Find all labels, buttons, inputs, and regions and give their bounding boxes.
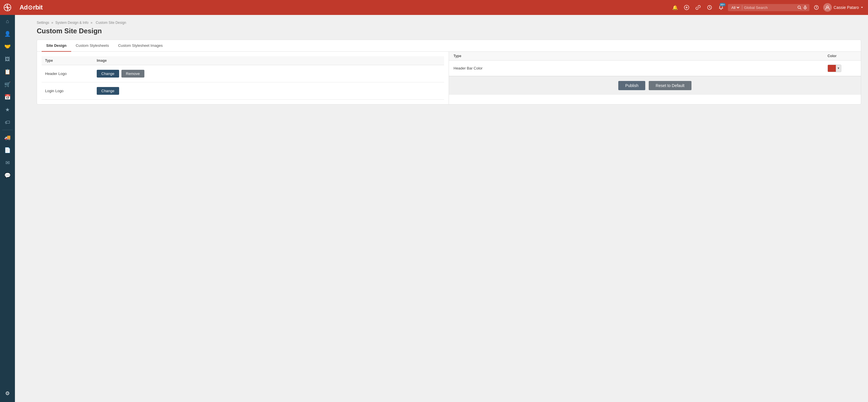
svg-rect-10 <box>805 6 806 8</box>
user-name: Cassie Pataro <box>834 5 859 10</box>
right-header-type: Type <box>454 54 828 58</box>
tabs: Site Design Custom Stylesheets Custom St… <box>37 40 861 52</box>
breadcrumb: Settings » System Design & Info » Custom… <box>37 21 861 25</box>
user-avatar <box>823 3 832 12</box>
sidebar-home[interactable]: ⌂ <box>0 15 15 28</box>
table-row-header-bar-color: Header Bar Color ▼ <box>449 61 861 76</box>
main-card: Site Design Custom Stylesheets Custom St… <box>37 40 861 104</box>
header-logo-change-button[interactable]: Change <box>97 70 119 78</box>
sidebar-orders[interactable]: 📋 <box>0 65 15 78</box>
header-logo-remove-button[interactable]: Remove <box>121 70 144 78</box>
header-logo-actions: Change Remove <box>97 70 441 78</box>
breadcrumb-current: Custom Site Design <box>96 21 126 25</box>
notification-icon-btn[interactable]: 99+ <box>716 3 725 12</box>
login-logo-change-button[interactable]: Change <box>97 87 119 95</box>
app-logo-sidebar[interactable] <box>0 0 15 15</box>
topbar-actions: 🔔 99+ All ? <box>671 3 863 12</box>
left-header-image: Image <box>97 59 441 63</box>
app-logo: Ad⊙rbit <box>20 4 42 11</box>
page-title: Custom Site Design <box>37 27 861 35</box>
header-bar-color-picker-container: ▼ <box>828 65 856 72</box>
chevron-down-icon <box>861 6 863 9</box>
sidebar-media[interactable]: 🖼 <box>0 53 15 65</box>
sidebar-mail[interactable]: ✉ <box>0 156 15 169</box>
sidebar-cart[interactable]: 🛒 <box>0 78 15 91</box>
header-logo-label: Header Logo <box>45 71 97 76</box>
sidebar: ⌂ 👤 🤝 🖼 📋 🛒 📅 ★ 🏷 🚚 📄 ✉ 💬 ⚙ <box>0 0 15 402</box>
right-header-color: Color <box>828 54 856 58</box>
sidebar-users[interactable]: 👤 <box>0 28 15 40</box>
table-row-header-logo: Header Logo Change Remove <box>42 65 444 83</box>
left-table-header: Type Image <box>42 56 444 65</box>
notification-count: 99+ <box>720 3 725 6</box>
main-content: Settings » System Design & Info » Custom… <box>30 15 868 402</box>
breadcrumb-sep2: » <box>90 21 93 25</box>
add-icon-btn[interactable] <box>682 3 691 12</box>
sidebar-calendar[interactable]: 📅 <box>0 91 15 103</box>
svg-marker-15 <box>861 7 863 8</box>
right-table-header: Type Color <box>449 52 861 61</box>
tab-custom-stylesheets[interactable]: Custom Stylesheets <box>71 40 114 52</box>
search-input[interactable] <box>744 5 796 10</box>
sidebar-delivery[interactable]: 🚚 <box>0 131 15 144</box>
clock-icon-btn[interactable] <box>705 3 714 12</box>
help-icon-btn[interactable]: ? <box>812 3 821 12</box>
color-dropdown-button[interactable]: ▼ <box>836 65 841 72</box>
left-panel: Type Image Header Logo Change Remove Log… <box>37 52 449 104</box>
tab-custom-stylesheet-images[interactable]: Custom Stylesheet Images <box>113 40 167 52</box>
breadcrumb-sep1: » <box>51 21 54 25</box>
tab-content: Type Image Header Logo Change Remove Log… <box>37 52 861 104</box>
sidebar-bottom: ⚙ <box>0 387 15 400</box>
search-divider <box>742 5 742 10</box>
search-filter-select[interactable]: All <box>730 5 740 10</box>
sidebar-documents[interactable]: 📄 <box>0 144 15 156</box>
breadcrumb-settings[interactable]: Settings <box>37 21 49 25</box>
right-footer-actions: Publish Reset to Default <box>449 76 861 95</box>
topbar: Ad⊙rbit 🔔 99+ All ? <box>15 0 868 15</box>
left-header-type: Type <box>45 59 97 63</box>
sidebar-chat[interactable]: 💬 <box>0 169 15 182</box>
login-logo-label: Login Logo <box>45 89 97 93</box>
sidebar-settings[interactable]: ⚙ <box>0 387 15 400</box>
sidebar-star[interactable]: ★ <box>0 103 15 116</box>
search-container: All <box>728 4 809 11</box>
logo-text: Ad⊙rbit <box>20 4 42 11</box>
color-swatch[interactable] <box>828 65 836 72</box>
link-icon-btn[interactable] <box>693 3 703 12</box>
table-row-login-logo: Login Logo Change <box>42 83 444 100</box>
right-panel: Type Color Header Bar Color ▼ Publish <box>449 52 861 104</box>
flame-icon-btn[interactable]: 🔔 <box>671 3 680 12</box>
header-bar-color-label: Header Bar Color <box>454 66 828 70</box>
search-icon <box>797 5 801 9</box>
breadcrumb-system-design[interactable]: System Design & Info <box>55 21 88 25</box>
reset-to-default-button[interactable]: Reset to Default <box>649 81 691 90</box>
tab-site-design[interactable]: Site Design <box>42 40 71 52</box>
sidebar-divider <box>2 130 12 130</box>
color-picker-box[interactable]: ▼ <box>828 65 841 72</box>
svg-line-9 <box>800 8 801 9</box>
sidebar-tag[interactable]: 🏷 <box>0 116 15 129</box>
sidebar-handshake[interactable]: 🤝 <box>0 40 15 53</box>
svg-text:?: ? <box>815 6 817 9</box>
microphone-icon[interactable] <box>803 5 807 9</box>
publish-button[interactable]: Publish <box>618 81 645 90</box>
user-section[interactable]: Cassie Pataro <box>823 3 863 12</box>
login-logo-actions: Change <box>97 87 441 95</box>
